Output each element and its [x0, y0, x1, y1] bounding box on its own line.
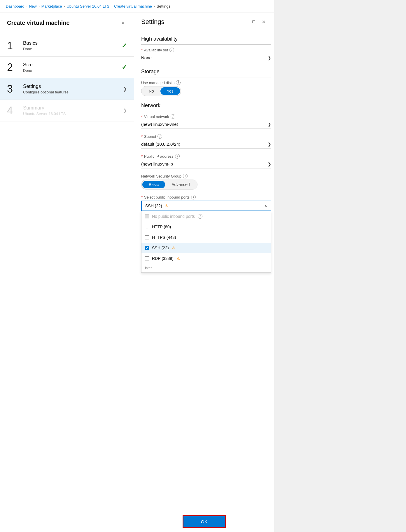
breadcrumb-ubuntu[interactable]: Ubuntu Server 16.04 LTS	[66, 4, 109, 8]
dropdown-item-no-ports-info-icon[interactable]: i	[198, 214, 202, 219]
managed-disks-no-button[interactable]: No	[142, 87, 160, 95]
virtual-network-required-star: *	[141, 114, 143, 119]
subnet-label: * Subnet i	[141, 134, 271, 139]
inbound-ports-menu: No public inbound ports i HTTP (80)	[141, 211, 271, 273]
right-panel-content: High availability * Availability set i N…	[134, 30, 274, 511]
dropdown-item-http-label: HTTP (80)	[152, 225, 171, 229]
availability-set-info-icon[interactable]: i	[169, 48, 174, 52]
high-availability-section: High availability * Availability set i N…	[141, 36, 271, 62]
public-ip-field: * Public IP address i (new) linuxvm-ip ❯	[141, 154, 271, 168]
subnet-field: * Subnet i default (10.0.2.0/24) ❯	[141, 134, 271, 149]
maximize-button[interactable]: □	[251, 19, 257, 25]
inbound-ports-selected[interactable]: SSH (22) ⚠ ∧	[141, 201, 271, 211]
availability-set-value-row[interactable]: None ❯	[141, 53, 271, 62]
subnet-label-text: Subnet	[144, 134, 156, 139]
nsg-field: Network Security Group i Basic Advanced	[141, 174, 271, 189]
right-panel-title: Settings	[141, 18, 164, 26]
inbound-ports-field: * Select public inbound ports i SSH (22)…	[141, 195, 271, 211]
breadcrumb-sep-4: ›	[111, 4, 112, 8]
inbound-ports-note: later.	[141, 264, 271, 272]
right-panel-footer: OK	[134, 511, 274, 532]
dropdown-checkbox-no-ports	[145, 214, 149, 218]
breadcrumb-marketplace[interactable]: Marketplace	[41, 4, 62, 8]
nsg-label: Network Security Group i	[141, 174, 271, 178]
dropdown-checkbox-https	[145, 235, 149, 239]
dropdown-item-no-ports-label: No public inbound ports	[152, 214, 195, 219]
nsg-info-icon[interactable]: i	[183, 174, 188, 178]
public-ip-value-row[interactable]: (new) linuxvm-ip ❯	[141, 160, 271, 168]
storage-title: Storage	[141, 69, 271, 77]
subnet-value-row[interactable]: default (10.0.2.0/24) ❯	[141, 140, 271, 149]
header-buttons: □ ✕	[251, 19, 267, 25]
network-title: Network	[141, 102, 271, 111]
step-3-desc: Configure optional features	[23, 90, 121, 94]
subnet-value: default (10.0.2.0/24)	[141, 142, 180, 147]
virtual-network-field: * Virtual network i (new) linuxvm-vnet ❯	[141, 114, 271, 129]
step-1-name: Basics	[23, 40, 122, 46]
public-ip-required-star: *	[141, 154, 143, 159]
step-4-number: 4	[7, 105, 23, 116]
step-1-checkmark-icon: ✓	[122, 42, 127, 50]
right-panel-close-button[interactable]: ✕	[260, 19, 267, 25]
managed-disks-info-icon[interactable]: i	[176, 80, 181, 85]
inbound-ports-dropdown[interactable]: SSH (22) ⚠ ∧ No public inbound ports i	[141, 201, 271, 211]
step-2-number: 2	[7, 62, 23, 73]
breadcrumb-create-vm[interactable]: Create virtual machine	[114, 4, 152, 8]
nsg-toggle[interactable]: Basic Advanced	[141, 180, 197, 189]
dropdown-item-https[interactable]: HTTPS (443)	[141, 232, 271, 243]
breadcrumb-sep-1: ›	[26, 4, 27, 8]
managed-disks-toggle[interactable]: No Yes	[141, 86, 181, 96]
breadcrumb-current: Settings	[157, 4, 170, 8]
step-2-size[interactable]: 2 Size Done ✓	[0, 57, 134, 78]
breadcrumb-dashboard[interactable]: Dashboard	[6, 4, 24, 8]
dropdown-rdp-warning-icon: ⚠	[176, 256, 180, 261]
nsg-advanced-button[interactable]: Advanced	[165, 181, 196, 188]
step-2-name: Size	[23, 62, 122, 68]
managed-disks-yes-button[interactable]: Yes	[160, 87, 180, 95]
step-1-desc: Done	[23, 47, 122, 51]
inbound-ports-selected-label: SSH (22)	[145, 204, 162, 208]
step-3-info: Settings Configure optional features	[23, 84, 121, 94]
step-3-settings[interactable]: 3 Settings Configure optional features ❯	[0, 78, 134, 100]
dropdown-item-ssh[interactable]: ✔ SSH (22) ⚠	[141, 243, 271, 253]
dropdown-item-ssh-label: SSH (22)	[152, 246, 169, 250]
step-4-summary: 4 Summary Ubuntu Server 16.04 LTS ❯	[0, 100, 134, 121]
dropdown-checkbox-http	[145, 225, 149, 229]
step-2-desc: Done	[23, 68, 122, 73]
nsg-label-text: Network Security Group	[141, 174, 181, 178]
dropdown-item-no-ports[interactable]: No public inbound ports i	[141, 211, 271, 222]
step-4-name: Summary	[23, 105, 121, 111]
virtual-network-label-text: Virtual network	[144, 114, 169, 119]
subnet-info-icon[interactable]: i	[158, 134, 162, 139]
step-1-basics[interactable]: 1 Basics Done ✓	[0, 35, 134, 57]
dropdown-item-https-label: HTTPS (443)	[152, 235, 176, 240]
public-ip-value: (new) linuxvm-ip	[141, 161, 173, 166]
virtual-network-value-row[interactable]: (new) linuxvm-vnet ❯	[141, 120, 271, 129]
step-4-desc: Ubuntu Server 16.04 LTS	[23, 112, 121, 116]
step-2-checkmark-icon: ✓	[122, 64, 127, 71]
breadcrumb-sep-5: ›	[154, 4, 155, 8]
left-panel-close-button[interactable]: ×	[119, 19, 127, 27]
step-4-chevron-right-icon: ❯	[123, 108, 127, 113]
ok-button[interactable]: OK	[183, 515, 226, 528]
storage-section: Storage Use managed disks i No Yes	[141, 69, 271, 96]
step-2-info: Size Done	[23, 62, 122, 73]
inbound-ports-info-icon[interactable]: i	[191, 195, 196, 199]
dropdown-item-rdp[interactable]: RDP (3389) ⚠	[141, 253, 271, 264]
managed-disks-label-text: Use managed disks	[141, 81, 174, 85]
nsg-basic-button[interactable]: Basic	[142, 181, 165, 188]
dropdown-item-http[interactable]: HTTP (80)	[141, 222, 271, 232]
dropdown-chevron-up-icon: ∧	[265, 204, 267, 208]
dropdown-ssh-warning-icon: ⚠	[172, 246, 176, 250]
public-ip-info-icon[interactable]: i	[175, 154, 180, 159]
availability-set-label: * Availability set i	[141, 48, 271, 52]
left-panel: Create virtual machine × 1 Basics Done ✓…	[0, 13, 134, 532]
virtual-network-info-icon[interactable]: i	[171, 114, 175, 119]
subnet-required-star: *	[141, 134, 143, 139]
availability-set-field: * Availability set i None ❯	[141, 48, 271, 62]
availability-set-value: None	[141, 55, 152, 60]
step-3-name: Settings	[23, 84, 121, 89]
virtual-network-value: (new) linuxvm-vnet	[141, 122, 178, 127]
breadcrumb-sep-2: ›	[38, 4, 40, 8]
breadcrumb-new[interactable]: New	[29, 4, 37, 8]
